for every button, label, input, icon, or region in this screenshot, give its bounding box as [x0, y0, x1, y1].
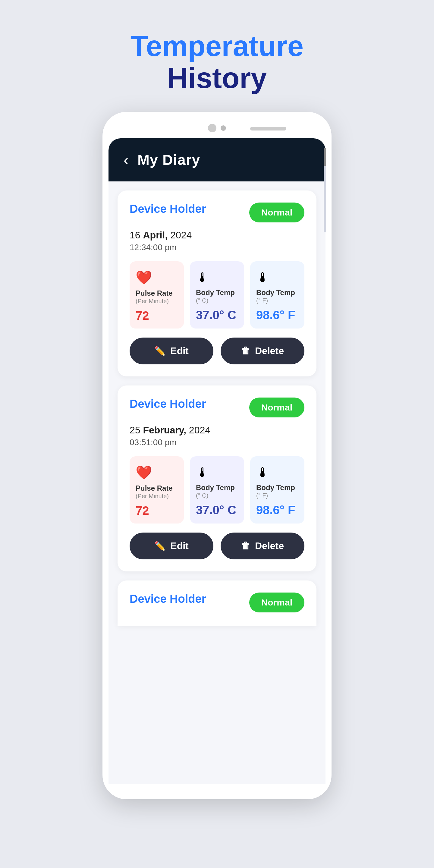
pulse-label-2: Pulse Rate — [135, 484, 173, 493]
temp-f-sublabel-2: (° F) — [256, 492, 268, 499]
pulse-icon-1: ❤️ — [135, 270, 152, 285]
temp-f-sublabel-1: (° F) — [256, 297, 268, 304]
status-badge-2: Normal — [249, 398, 304, 417]
trash-icon-2: 🗑 — [241, 541, 250, 551]
card-title-2: Device Holder — [130, 398, 206, 410]
action-row-1: ✏️ Edit 🗑 Delete — [130, 338, 304, 364]
temp-c-box-2: 🌡 Body Temp (° C) 37.0° C — [190, 456, 244, 524]
temp-c-box-1: 🌡 Body Temp (° C) 37.0° C — [190, 261, 244, 329]
temp-f-icon-2: 🌡 — [256, 465, 270, 480]
edit-icon-1: ✏️ — [154, 346, 165, 356]
status-badge-1: Normal — [249, 203, 304, 222]
card-title-3: Device Holder — [130, 592, 206, 606]
page-title-block: Temperature History — [130, 30, 304, 94]
entry-card-3-partial: Device Holder Normal — [118, 581, 316, 626]
temp-f-label-2: Body Temp — [256, 484, 295, 492]
pulse-value-2: 72 — [135, 504, 149, 518]
card-date-1: 16 April, 2024 — [130, 230, 304, 241]
card-time-2: 03:51:00 pm — [130, 438, 304, 447]
temp-f-value-2: 98.6° F — [256, 503, 295, 517]
delete-button-2[interactable]: 🗑 Delete — [221, 532, 304, 559]
temp-f-label-1: Body Temp — [256, 288, 295, 297]
pulse-box-2: ❤️ Pulse Rate (Per Minute) 72 — [130, 456, 184, 524]
pulse-value-1: 72 — [135, 309, 149, 322]
back-arrow-icon[interactable]: ‹ — [124, 153, 128, 167]
metrics-row-1: ❤️ Pulse Rate (Per Minute) 72 🌡 Body Tem… — [130, 261, 304, 329]
camera-secondary — [221, 125, 226, 131]
edit-button-1[interactable]: ✏️ Edit — [130, 338, 213, 364]
phone-shell: ‹ My Diary Device Holder Normal 16 April… — [102, 112, 332, 799]
phone-top-bar — [108, 121, 326, 138]
card-title-1: Device Holder — [130, 203, 206, 216]
card-header-1: Device Holder Normal — [130, 203, 304, 222]
edit-button-2[interactable]: ✏️ Edit — [130, 532, 213, 559]
temp-c-value-1: 37.0° C — [196, 308, 236, 322]
scroll-thumb[interactable] — [324, 148, 326, 166]
pulse-icon-2: ❤️ — [135, 465, 152, 480]
card-date-2: 25 February, 2024 — [130, 425, 304, 436]
card-time-1: 12:34:00 pm — [130, 243, 304, 252]
temp-c-sublabel-1: (° C) — [196, 297, 208, 304]
pulse-sublabel-2: (Per Minute) — [135, 493, 169, 500]
app-header: ‹ My Diary — [108, 138, 326, 181]
temp-c-sublabel-2: (° C) — [196, 492, 208, 499]
card-header-3: Device Holder Normal — [130, 592, 304, 613]
pulse-box-1: ❤️ Pulse Rate (Per Minute) 72 — [130, 261, 184, 329]
title-line1: Temperature — [130, 30, 304, 62]
temp-c-label-1: Body Temp — [196, 288, 235, 297]
camera-group — [208, 124, 226, 132]
card-header-2: Device Holder Normal — [130, 398, 304, 417]
entry-card-2: Device Holder Normal 25 February, 2024 0… — [118, 385, 316, 571]
entry-card-1: Device Holder Normal 16 April, 2024 12:3… — [118, 190, 316, 376]
delete-button-1[interactable]: 🗑 Delete — [221, 338, 304, 364]
title-line2: History — [130, 62, 304, 94]
app-content: Device Holder Normal 16 April, 2024 12:3… — [108, 181, 326, 784]
scrollbar[interactable] — [324, 148, 326, 232]
edit-icon-2: ✏️ — [154, 541, 165, 551]
pulse-sublabel-1: (Per Minute) — [135, 298, 169, 305]
app-header-title: My Diary — [137, 152, 200, 168]
temp-c-value-2: 37.0° C — [196, 503, 236, 517]
temp-f-icon-1: 🌡 — [256, 270, 270, 285]
temp-f-value-1: 98.6° F — [256, 308, 295, 322]
phone-speaker — [250, 127, 286, 130]
temp-f-box-2: 🌡 Body Temp (° F) 98.6° F — [250, 456, 304, 524]
temp-f-box-1: 🌡 Body Temp (° F) 98.6° F — [250, 261, 304, 329]
pulse-label-1: Pulse Rate — [135, 289, 173, 298]
metrics-row-2: ❤️ Pulse Rate (Per Minute) 72 🌡 Body Tem… — [130, 456, 304, 524]
status-badge-3: Normal — [249, 592, 304, 613]
action-row-2: ✏️ Edit 🗑 Delete — [130, 532, 304, 559]
temp-c-icon-1: 🌡 — [196, 270, 209, 285]
temp-c-icon-2: 🌡 — [196, 465, 209, 480]
trash-icon-1: 🗑 — [241, 346, 250, 356]
temp-c-label-2: Body Temp — [196, 484, 235, 492]
camera-main — [208, 124, 216, 132]
